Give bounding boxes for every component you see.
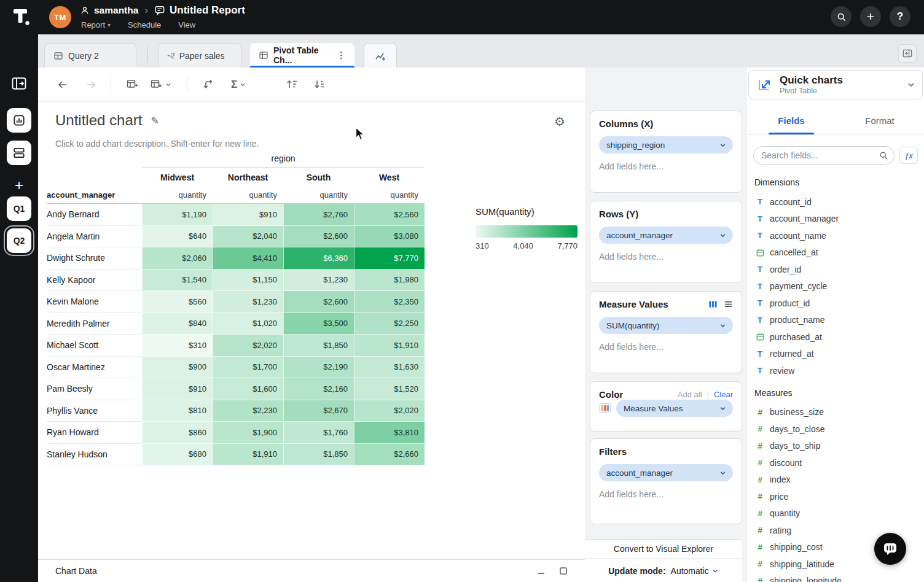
search-button[interactable]	[831, 6, 852, 27]
tab-pivot-table[interactable]: Pivot Table Ch... ⋮	[250, 43, 354, 68]
value-cell[interactable]: $640	[142, 226, 213, 248]
value-cell[interactable]: $1,760	[283, 422, 354, 444]
value-cell[interactable]: $6,360	[283, 247, 354, 270]
value-cell[interactable]: $2,020	[354, 400, 425, 422]
column-header[interactable]: Northeast	[213, 167, 283, 187]
chart-description-placeholder[interactable]: Click to add chart description. Shift-en…	[55, 139, 259, 149]
minimize-icon[interactable]	[537, 567, 546, 575]
value-cell[interactable]: $2,060	[142, 247, 213, 270]
menu-schedule[interactable]: Schedule	[128, 20, 161, 29]
value-cell[interactable]: $680	[142, 444, 213, 466]
field-item-days_to_close[interactable]: #days_to_close	[747, 421, 924, 438]
data-nav-button[interactable]	[7, 141, 31, 165]
value-cell[interactable]: $1,980	[354, 270, 425, 292]
add-page-button[interactable]: +	[0, 177, 38, 194]
report-title[interactable]: Untitled Report	[170, 4, 245, 17]
collapse-panel-button[interactable]	[898, 44, 917, 63]
field-item-payment_cycle[interactable]: Tpayment_cycle	[747, 278, 924, 295]
field-item-order_id[interactable]: Torder_id	[747, 261, 924, 278]
rows-field-pill[interactable]: account_manager	[599, 227, 733, 244]
value-cell[interactable]: $1,910	[213, 444, 283, 466]
sort-ascending-button[interactable]	[286, 78, 299, 91]
chart-title[interactable]: Untitled chart	[55, 112, 142, 129]
value-cell[interactable]: $2,040	[213, 226, 283, 248]
add-all-link[interactable]: Add all	[678, 390, 702, 399]
app-logo[interactable]	[11, 7, 32, 28]
value-cell[interactable]: $3,810	[354, 422, 425, 444]
value-cell[interactable]: $1,540	[142, 270, 213, 292]
convert-to-visual-explorer-button[interactable]: Convert to Visual Explorer	[585, 540, 742, 558]
row-header[interactable]: Michael Scott	[47, 335, 142, 357]
row-header[interactable]: Kelly Kapoor	[47, 270, 142, 292]
aggregate-button[interactable]: Σ	[231, 79, 246, 91]
row-header[interactable]: Angela Martin	[47, 226, 142, 248]
page-q1-button[interactable]: Q1	[7, 196, 31, 221]
value-cell[interactable]: $2,020	[213, 335, 283, 357]
value-cell[interactable]: $2,760	[283, 204, 354, 226]
value-cell[interactable]: $310	[142, 335, 213, 357]
filter-field-pill[interactable]: account_manager	[599, 464, 733, 481]
color-palette-icon[interactable]	[599, 402, 611, 414]
tab-query-2[interactable]: Query 2	[44, 43, 136, 68]
menu-report[interactable]: Report▾	[81, 20, 111, 29]
new-item-button[interactable]: +	[860, 6, 881, 27]
add-formula-button[interactable]: ƒx	[899, 147, 918, 164]
avatar[interactable]: TM	[49, 6, 71, 28]
value-cell[interactable]: $2,230	[213, 400, 283, 422]
column-header[interactable]: West	[354, 167, 425, 187]
value-cell[interactable]: $860	[142, 422, 213, 444]
chart-settings-icon[interactable]: ⚙	[554, 114, 565, 129]
value-cell[interactable]: $2,250	[354, 313, 425, 335]
page-q2-button[interactable]: Q2	[7, 228, 31, 253]
measure-pill[interactable]: SUM(quantity)	[599, 317, 733, 334]
value-cell[interactable]: $1,630	[354, 357, 425, 379]
chart-data-label[interactable]: Chart Data	[55, 566, 97, 576]
field-item-quantity[interactable]: #quantity	[747, 505, 924, 522]
field-item-returned_at[interactable]: Treturned_at	[747, 346, 924, 363]
row-header[interactable]: Stanley Hudson	[47, 444, 142, 466]
field-item-cancelled_at[interactable]: cancelled_at	[747, 244, 924, 262]
value-cell[interactable]: $1,230	[213, 291, 283, 313]
help-button[interactable]: ?	[890, 6, 910, 27]
value-cell[interactable]: $2,660	[354, 444, 425, 466]
field-item-business_size[interactable]: #business_size	[747, 404, 924, 421]
user-name[interactable]: samantha	[94, 5, 138, 16]
sort-descending-button[interactable]	[313, 78, 326, 91]
field-item-days_to_ship[interactable]: #days_to_ship	[747, 438, 924, 455]
kebab-menu-icon[interactable]: ⋮	[337, 50, 346, 61]
columns-layout-icon[interactable]	[708, 300, 718, 309]
field-item-discount[interactable]: #discount	[747, 454, 924, 471]
tab-fields[interactable]: Fields	[747, 115, 836, 134]
value-cell[interactable]: $900	[142, 357, 213, 379]
value-cell[interactable]: $2,670	[283, 400, 354, 422]
remove-field-button[interactable]	[150, 78, 172, 91]
row-header[interactable]: Phyllis Vance	[47, 400, 142, 422]
columns-field-pill[interactable]: shipping_region	[599, 136, 733, 153]
value-cell[interactable]: $1,900	[213, 422, 283, 444]
add-fields-dropzone[interactable]: Add fields here...	[599, 161, 733, 171]
value-cell[interactable]: $2,190	[283, 357, 354, 379]
field-item-index[interactable]: #index	[747, 471, 924, 489]
add-fields-dropzone[interactable]: Add fields here...	[599, 489, 733, 499]
value-cell[interactable]: $1,850	[283, 335, 354, 357]
value-cell[interactable]: $840	[142, 313, 213, 335]
clear-link[interactable]: Clear	[714, 390, 733, 399]
tab-paper-sales[interactable]: ~2 Paper sales	[158, 43, 241, 68]
value-cell[interactable]: $3,500	[283, 313, 354, 335]
field-item-product_name[interactable]: Tproduct_name	[747, 312, 924, 329]
column-header[interactable]: Midwest	[142, 167, 213, 187]
value-cell[interactable]: $1,600	[213, 378, 283, 400]
update-mode-select[interactable]: Automatic	[671, 566, 719, 576]
value-cell[interactable]: $4,410	[213, 247, 283, 270]
collapse-sidebar-button[interactable]	[10, 75, 28, 92]
row-header[interactable]: Meredith Palmer	[47, 313, 142, 335]
value-cell[interactable]: $910	[213, 204, 283, 226]
add-fields-dropzone[interactable]: Add fields here...	[599, 342, 733, 352]
visualization-nav-button[interactable]	[7, 108, 31, 133]
row-header[interactable]: Dwight Schrute	[47, 247, 142, 270]
value-cell[interactable]: $7,770	[354, 247, 425, 270]
field-item-account_name[interactable]: Taccount_name	[747, 227, 924, 244]
menu-view[interactable]: View	[178, 20, 195, 29]
row-header[interactable]: Ryan Howard	[47, 422, 142, 444]
value-cell[interactable]: $1,150	[213, 270, 283, 292]
